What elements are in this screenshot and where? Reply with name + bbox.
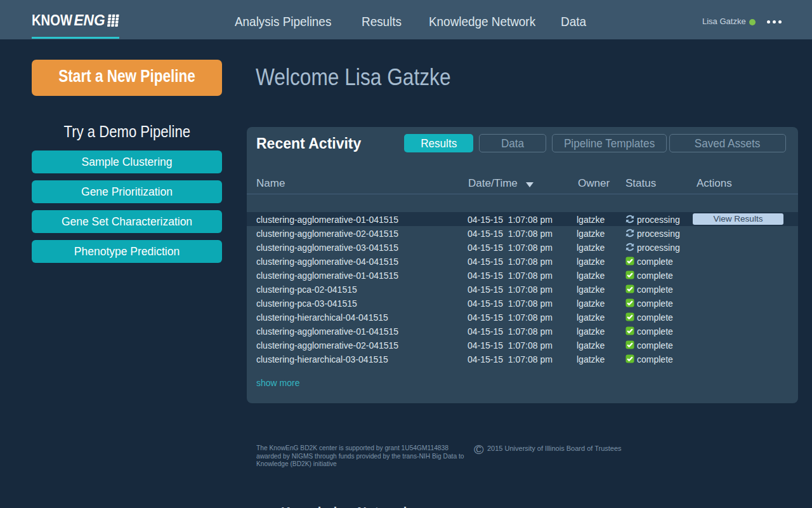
svg-text:KNOW: KNOW	[32, 12, 72, 29]
svg-text:ENG: ENG	[74, 12, 105, 29]
